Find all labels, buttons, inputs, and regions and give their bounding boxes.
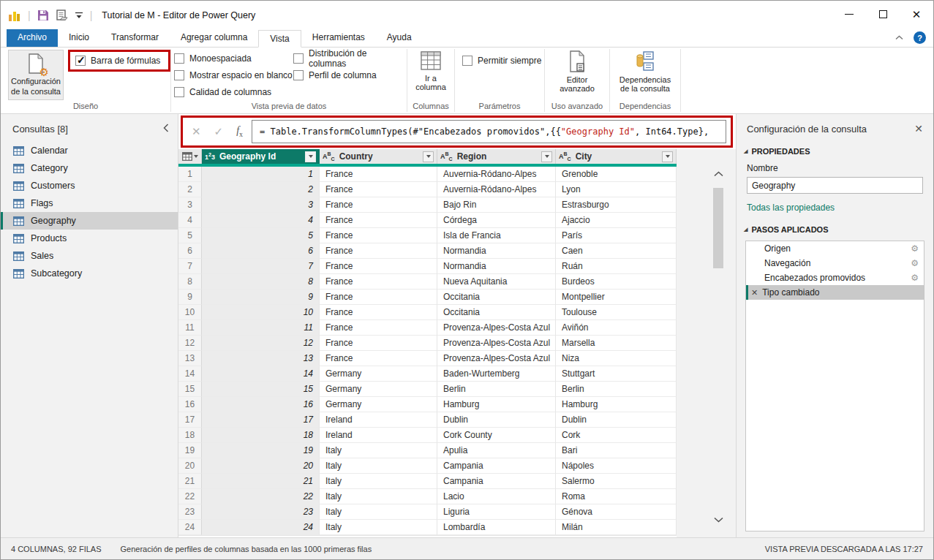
cell-region[interactable]: Cork County xyxy=(437,428,556,443)
tab-transformar[interactable]: Transformar xyxy=(100,29,170,47)
cell-country[interactable]: Germany xyxy=(320,382,437,397)
row-number[interactable]: 9 xyxy=(178,290,202,305)
cell-region[interactable]: Lacio xyxy=(437,489,556,504)
collapse-section-icon[interactable]: ◢ xyxy=(744,148,747,154)
cell-city[interactable]: Bari xyxy=(556,443,677,458)
cell-region[interactable]: Auvernia-Ródano-Alpes xyxy=(437,182,556,197)
row-number[interactable]: 6 xyxy=(178,243,202,259)
step-tipo-cambiado-selected[interactable]: ✕ Tipo cambiado xyxy=(746,285,924,300)
tab-agregar-columna[interactable]: Agregar columna xyxy=(170,29,258,47)
cell-country[interactable]: Italy xyxy=(320,474,437,489)
cell-geography-id[interactable]: 6 xyxy=(202,243,320,259)
row-number[interactable]: 14 xyxy=(178,366,202,382)
row-number[interactable]: 24 xyxy=(178,520,202,535)
text-type-icon[interactable]: ABC xyxy=(559,151,571,162)
page-tool-icon[interactable] xyxy=(56,10,68,21)
close-pane-icon[interactable]: ✕ xyxy=(914,123,923,135)
cell-region[interactable]: Normandia xyxy=(437,259,556,274)
filter-dropdown-button[interactable] xyxy=(662,151,673,162)
cell-region[interactable]: Córdega xyxy=(437,213,556,228)
collapse-pane-icon[interactable] xyxy=(163,124,169,135)
row-number[interactable]: 7 xyxy=(178,259,202,274)
cancel-formula-icon[interactable]: ✕ xyxy=(192,125,201,138)
save-icon[interactable] xyxy=(37,10,49,21)
cell-country[interactable]: France xyxy=(320,213,437,228)
cell-city[interactable]: Salermo xyxy=(556,474,677,489)
expand-formula-icon[interactable] xyxy=(713,120,726,143)
cell-region[interactable]: Campania xyxy=(437,458,556,474)
cell-city[interactable]: Stuttgart xyxy=(556,366,677,382)
step-origen[interactable]: Origen ⚙ xyxy=(746,241,924,256)
cell-country[interactable]: France xyxy=(320,167,437,182)
cell-city[interactable]: Génova xyxy=(556,504,677,520)
cell-geography-id[interactable]: 16 xyxy=(202,397,320,412)
cell-city[interactable]: Hamburg xyxy=(556,397,677,412)
cell-geography-id[interactable]: 24 xyxy=(202,520,320,535)
cell-geography-id[interactable]: 8 xyxy=(202,274,320,290)
cell-geography-id[interactable]: 7 xyxy=(202,259,320,274)
cell-region[interactable]: Liguria xyxy=(437,504,556,520)
cell-geography-id[interactable]: 14 xyxy=(202,366,320,382)
cell-country[interactable]: France xyxy=(320,259,437,274)
query-name-input[interactable] xyxy=(747,177,923,194)
cell-region[interactable]: Dublin xyxy=(437,412,556,428)
query-settings-toggle-button[interactable]: ⚙ Configuración de la consulta xyxy=(8,50,64,100)
row-number[interactable]: 1 xyxy=(178,167,202,182)
cell-geography-id[interactable]: 9 xyxy=(202,290,320,305)
cell-geography-id[interactable]: 17 xyxy=(202,412,320,428)
cell-city[interactable]: Berlin xyxy=(556,382,677,397)
cell-country[interactable]: France xyxy=(320,197,437,213)
cell-country[interactable]: Germany xyxy=(320,397,437,412)
row-number[interactable]: 23 xyxy=(178,504,202,520)
cell-country[interactable]: Italy xyxy=(320,489,437,504)
cell-region[interactable]: Baden-Wurtemberg xyxy=(437,366,556,382)
cell-geography-id[interactable]: 4 xyxy=(202,213,320,228)
cell-geography-id[interactable]: 22 xyxy=(202,489,320,504)
query-item-subcategory[interactable]: Subcategory xyxy=(1,265,178,282)
query-item-sales[interactable]: Sales xyxy=(1,247,178,265)
cell-country[interactable]: Italy xyxy=(320,443,437,458)
cell-country[interactable]: France xyxy=(320,274,437,290)
cell-geography-id[interactable]: 5 xyxy=(202,228,320,243)
cell-country[interactable]: France xyxy=(320,336,437,351)
query-item-calendar[interactable]: Calendar xyxy=(1,142,178,159)
query-item-customers[interactable]: Customers xyxy=(1,177,178,194)
distribucion-columnas-checkbox[interactable] xyxy=(293,53,304,64)
cell-region[interactable]: Normandia xyxy=(437,243,556,259)
row-number[interactable]: 20 xyxy=(178,458,202,474)
advanced-editor-button[interactable]: Editor avanzado xyxy=(549,50,605,93)
cell-geography-id[interactable]: 2 xyxy=(202,182,320,197)
monoespaciada-checkbox[interactable] xyxy=(174,53,184,64)
cell-city[interactable]: París xyxy=(556,228,677,243)
tab-herramientas[interactable]: Herramientas xyxy=(301,29,376,47)
row-number[interactable]: 2 xyxy=(178,182,202,197)
cell-country[interactable]: Ireland xyxy=(320,428,437,443)
step-encabezados-promovidos[interactable]: Encabezados promovidos ⚙ xyxy=(746,270,924,285)
cell-city[interactable]: Dublin xyxy=(556,412,677,428)
go-to-column-button[interactable]: Ir a columna xyxy=(412,51,450,91)
cell-region[interactable]: Provenza-Alpes-Costa Azul xyxy=(437,320,556,336)
query-item-flags[interactable]: Flags xyxy=(1,194,178,212)
column-header-region[interactable]: ABC Region xyxy=(437,149,556,164)
cell-region[interactable]: Hamburg xyxy=(437,397,556,412)
row-number[interactable]: 17 xyxy=(178,412,202,428)
row-number[interactable]: 11 xyxy=(178,320,202,336)
scroll-up-icon[interactable] xyxy=(710,167,726,181)
cell-city[interactable]: Caen xyxy=(556,243,677,259)
cell-country[interactable]: France xyxy=(320,320,437,336)
step-settings-gear-icon[interactable]: ⚙ xyxy=(911,258,919,268)
cell-city[interactable]: Milán xyxy=(556,520,677,535)
cell-city[interactable]: Aviñón xyxy=(556,320,677,336)
query-dependencies-button[interactable]: Dependencias de la consulta xyxy=(613,50,677,93)
column-header-city[interactable]: ABC City xyxy=(556,149,677,164)
text-type-icon[interactable]: ABC xyxy=(323,151,335,162)
query-item-geography-selected[interactable]: Geography xyxy=(1,212,178,230)
maximize-button[interactable] xyxy=(866,1,900,27)
cell-geography-id[interactable]: 3 xyxy=(202,197,320,213)
row-number[interactable]: 22 xyxy=(178,489,202,504)
cell-city[interactable]: Ajaccio xyxy=(556,213,677,228)
cell-region[interactable]: Occitania xyxy=(437,305,556,320)
cell-city[interactable]: Cork xyxy=(556,428,677,443)
cell-city[interactable]: Marsella xyxy=(556,336,677,351)
cell-city[interactable]: Roma xyxy=(556,489,677,504)
